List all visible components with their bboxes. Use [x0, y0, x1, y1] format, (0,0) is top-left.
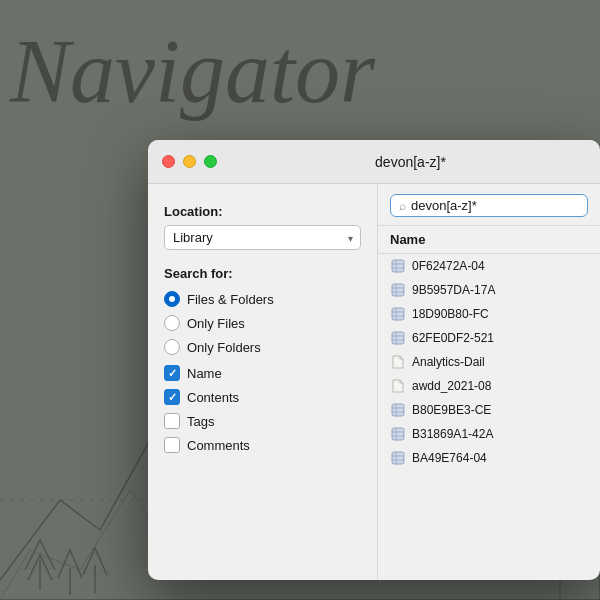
result-item-name: 18D90B80-FC — [412, 307, 489, 321]
search-bar-area: ⌕ — [378, 184, 600, 226]
result-item[interactable]: 62FE0DF2-521 — [378, 326, 600, 350]
radio-only-folders-label: Only Folders — [187, 340, 261, 355]
radio-files-folders[interactable]: Files & Folders — [164, 291, 361, 307]
search-input-wrapper[interactable]: ⌕ — [390, 194, 588, 217]
location-select[interactable]: Library — [164, 225, 361, 250]
result-item-name: awdd_2021-08 — [412, 379, 491, 393]
db-file-icon — [390, 402, 406, 418]
result-item-name: B31869A1-42A — [412, 427, 493, 441]
db-file-icon — [390, 426, 406, 442]
db-file-icon — [390, 258, 406, 274]
svg-rect-29 — [392, 452, 404, 464]
location-select-wrapper: Library ▾ — [164, 225, 361, 250]
svg-rect-17 — [392, 332, 404, 344]
svg-rect-13 — [392, 308, 404, 320]
dialog-body: Location: Library ▾ Search for: Files & … — [148, 184, 600, 580]
svg-rect-9 — [392, 284, 404, 296]
db-file-icon — [390, 450, 406, 466]
result-item[interactable]: B31869A1-42A — [378, 422, 600, 446]
maximize-button[interactable] — [204, 155, 217, 168]
result-item-name: Analytics-Dail — [412, 355, 485, 369]
result-item-name: 9B5957DA-17A — [412, 283, 495, 297]
checkbox-group: Name Contents Tags Comments — [164, 365, 361, 453]
svg-rect-25 — [392, 428, 404, 440]
result-item[interactable]: Analytics-Dail — [378, 350, 600, 374]
search-icon: ⌕ — [399, 199, 406, 213]
plain-file-icon — [390, 354, 406, 370]
dialog-window: devon[a-z]* Location: Library ▾ Search f… — [148, 140, 600, 580]
minimize-button[interactable] — [183, 155, 196, 168]
checkbox-comments-indicator — [164, 437, 180, 453]
radio-only-files-indicator — [164, 315, 180, 331]
radio-files-folders-indicator — [164, 291, 180, 307]
result-item-name: 62FE0DF2-521 — [412, 331, 494, 345]
result-item[interactable]: 18D90B80-FC — [378, 302, 600, 326]
radio-only-folders-indicator — [164, 339, 180, 355]
result-item-name: B80E9BE3-CE — [412, 403, 491, 417]
result-item[interactable]: BA49E764-04 — [378, 446, 600, 470]
checkbox-name-indicator — [164, 365, 180, 381]
radio-only-folders[interactable]: Only Folders — [164, 339, 361, 355]
right-panel: ⌕ Name 0F62472A-049B5957DA-17A18D90B80-F… — [378, 184, 600, 580]
checkbox-contents[interactable]: Contents — [164, 389, 361, 405]
result-item[interactable]: 0F62472A-04 — [378, 254, 600, 278]
checkbox-name[interactable]: Name — [164, 365, 361, 381]
results-column-header: Name — [378, 226, 600, 254]
db-file-icon — [390, 306, 406, 322]
checkbox-tags[interactable]: Tags — [164, 413, 361, 429]
result-item-name: BA49E764-04 — [412, 451, 487, 465]
svg-rect-5 — [392, 260, 404, 272]
checkbox-name-label: Name — [187, 366, 222, 381]
result-item[interactable]: 9B5957DA-17A — [378, 278, 600, 302]
radio-only-files-label: Only Files — [187, 316, 245, 331]
checkbox-tags-indicator — [164, 413, 180, 429]
title-bar: devon[a-z]* — [148, 140, 600, 184]
checkbox-tags-label: Tags — [187, 414, 214, 429]
result-item[interactable]: B80E9BE3-CE — [378, 398, 600, 422]
search-for-label: Search for: — [164, 266, 361, 281]
search-input[interactable] — [411, 198, 579, 213]
checkbox-contents-indicator — [164, 389, 180, 405]
close-button[interactable] — [162, 155, 175, 168]
db-file-icon — [390, 330, 406, 346]
results-list: 0F62472A-049B5957DA-17A18D90B80-FC62FE0D… — [378, 254, 600, 580]
radio-files-folders-label: Files & Folders — [187, 292, 274, 307]
svg-rect-21 — [392, 404, 404, 416]
result-item[interactable]: awdd_2021-08 — [378, 374, 600, 398]
background-title: Navigator — [10, 20, 375, 123]
left-panel: Location: Library ▾ Search for: Files & … — [148, 184, 378, 580]
radio-only-files[interactable]: Only Files — [164, 315, 361, 331]
radio-group: Files & Folders Only Files Only Folders — [164, 291, 361, 355]
plain-file-icon — [390, 378, 406, 394]
window-title: devon[a-z]* — [235, 154, 586, 170]
checkbox-contents-label: Contents — [187, 390, 239, 405]
checkbox-comments[interactable]: Comments — [164, 437, 361, 453]
db-file-icon — [390, 282, 406, 298]
location-label: Location: — [164, 204, 361, 219]
result-item-name: 0F62472A-04 — [412, 259, 485, 273]
checkbox-comments-label: Comments — [187, 438, 250, 453]
